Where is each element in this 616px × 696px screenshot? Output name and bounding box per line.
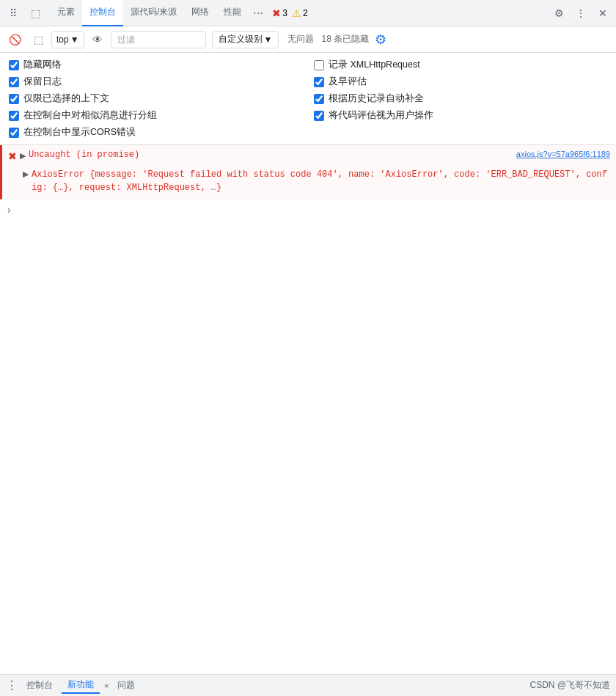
status-tab-issues[interactable]: 问题 (111, 678, 141, 693)
console-expand-arrow[interactable]: › (0, 199, 616, 220)
tab-sources[interactable]: 源代码/来源 (123, 0, 184, 26)
context-arrow-icon: ▼ (70, 34, 79, 45)
warn-badge: ⚠ 2 (292, 7, 308, 19)
tab-elements[interactable]: 元素 (50, 0, 82, 26)
clear-console-button[interactable]: 🚫 (4, 29, 25, 50)
error-detail-text: AxiosError {message: 'Request failed wit… (32, 168, 610, 194)
option-treat-eval: 将代码评估视为用户操作 (314, 109, 607, 122)
option-selected-context: 仅限已选择的上下文 (9, 92, 302, 105)
options-grid: 隐藏网络 记录 XMLHttpRequest 保留日志 及早评估 仅限已选择的上… (9, 59, 607, 139)
status-close-icon[interactable]: × (104, 681, 109, 690)
tab-network[interactable]: 网络 (184, 0, 216, 26)
level-arrow-icon: ▼ (264, 34, 273, 45)
devtools-icons: ⠿ ⬚ (3, 3, 45, 23)
status-tab-new[interactable]: 新功能 (62, 677, 100, 694)
tab-console[interactable]: 控制台 (82, 0, 123, 26)
console-toolbar: 🚫 ⬚ top ▼ 👁 自定义级别 ▼ 无问题 18 条已隐藏 ⚙ (0, 26, 616, 53)
warn-icon: ⚠ (292, 7, 301, 19)
status-bar-left: ⋮ 控制台 新功能 × 问题 (6, 677, 141, 694)
more-tabs-icon[interactable]: ⋯ (249, 7, 268, 19)
option-early-eval: 及早评估 (314, 76, 607, 88)
error-source-link[interactable]: axios.js?v=57a965f6:1189 (516, 150, 610, 158)
checkbox-preserve-log[interactable] (9, 77, 19, 87)
level-select[interactable]: 自定义级别 ▼ (212, 31, 279, 48)
filter-input[interactable] (111, 31, 206, 48)
error-badge: ✖ 3 (272, 7, 287, 19)
option-group-similar: 在控制台中对相似消息进行分组 (9, 109, 302, 122)
checkbox-hide-network[interactable] (9, 60, 19, 70)
close-devtools-button[interactable]: ✕ (593, 3, 613, 23)
inspect-button[interactable]: ⬚ (28, 29, 48, 50)
settings-button[interactable]: ⚙ (549, 3, 569, 23)
status-dots-icon[interactable]: ⋮ (6, 678, 18, 692)
status-bar: ⋮ 控制台 新功能 × 问题 CSDN @飞哥不知道 (0, 674, 616, 696)
context-select[interactable]: top ▼ (51, 31, 84, 48)
devtools-device-icon[interactable]: ⬚ (25, 3, 45, 23)
more-options-button[interactable]: ⋮ (571, 3, 591, 23)
error-circle-icon: ✖ (8, 150, 17, 162)
option-log-xmlhttp: 记录 XMLHttpRequest (314, 59, 607, 71)
no-issues-label: 无问题 (287, 33, 314, 45)
tab-bar: ⠿ ⬚ 元素 控制台 源代码/来源 网络 性能 ⋯ ✖ 3 ⚠ 2 ⚙ ⋮ ✕ (0, 0, 616, 26)
error-counts: ✖ 3 ⚠ 2 (272, 7, 307, 19)
error-expand-triangle[interactable]: ▶ (20, 151, 26, 161)
checkbox-early-eval[interactable] (314, 77, 324, 87)
error-detail-row: ▶ AxiosError {message: 'Request failed w… (23, 168, 610, 194)
error-title-text: Uncaught (in promise) (29, 150, 513, 160)
error-entry-header: ✖ ▶ Uncaught (in promise) axios.js?v=57a… (2, 145, 616, 166)
checkbox-cors-errors[interactable] (9, 128, 19, 138)
status-bar-right: CSDN @飞哥不知道 (529, 679, 610, 692)
error-detail: ▶ AxiosError {message: 'Request failed w… (2, 166, 616, 199)
option-preserve-log: 保留日志 (9, 76, 302, 88)
checkbox-treat-eval[interactable] (314, 111, 324, 121)
error-icon: ✖ (272, 7, 281, 19)
hidden-count-label: 18 条已隐藏 (321, 33, 369, 45)
option-hide-network: 隐藏网络 (9, 59, 302, 71)
option-autocomplete-history: 根据历史记录自动补全 (314, 92, 607, 105)
tab-bar-right: ⚙ ⋮ ✕ (549, 3, 613, 23)
tab-performance[interactable]: 性能 (216, 0, 249, 26)
checkbox-group-similar[interactable] (9, 111, 19, 121)
checkbox-autocomplete-history[interactable] (314, 94, 324, 104)
checkbox-selected-context[interactable] (9, 94, 19, 104)
error-entry: ✖ ▶ Uncaught (in promise) axios.js?v=57a… (0, 145, 616, 199)
options-panel: 隐藏网络 记录 XMLHttpRequest 保留日志 及早评估 仅限已选择的上… (0, 53, 616, 145)
eye-button[interactable]: 👁 (87, 29, 108, 50)
detail-expand-triangle[interactable]: ▶ (23, 169, 29, 179)
devtools-grid-icon[interactable]: ⠿ (3, 3, 23, 23)
console-settings-icon[interactable]: ⚙ (375, 32, 386, 48)
status-tab-console[interactable]: 控制台 (21, 678, 59, 693)
option-cors-errors: 在控制台中显示CORS错误 (9, 126, 607, 139)
checkbox-log-xmlhttp[interactable] (314, 60, 324, 70)
console-area: ✖ ▶ Uncaught (in promise) axios.js?v=57a… (0, 145, 616, 674)
